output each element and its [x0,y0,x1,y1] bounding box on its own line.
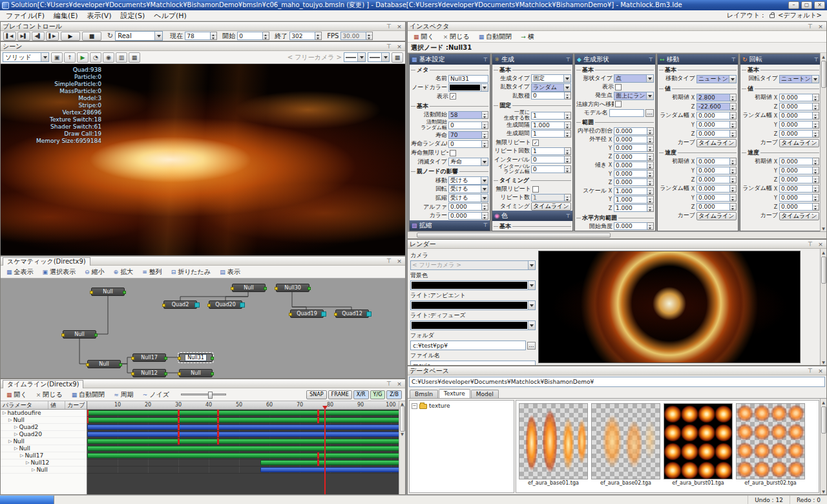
scroll-down-icon[interactable]: ▼ [822,359,825,365]
database-path-field[interactable]: C:¥Users¥developer¥Documents¥Matchlock¥B… [409,377,825,387]
close-icon[interactable]: × [817,240,824,248]
spinner[interactable] [813,194,819,202]
schematic-node-Quad12[interactable]: Quad12 [335,310,369,318]
timeline-tree-row[interactable]: ▷Null12 [1,459,87,467]
dropdown[interactable]: ランダム [531,83,571,92]
background-color-dropdown[interactable] [344,52,366,62]
expander-icon[interactable]: ▷ [26,460,29,465]
spinner[interactable] [211,32,217,40]
timeline-z-b-button[interactable]: Z/B [386,390,402,399]
menu-item-設定(S)[interactable]: 設定(S) [116,10,150,21]
close-icon[interactable]: × [395,257,403,265]
spinner[interactable] [813,203,819,211]
number-field[interactable]: 0.000 [696,121,730,129]
number-field[interactable]: 0 [531,165,565,173]
number-field[interactable]: 0.000 [614,162,647,169]
grid-color-dropdown[interactable] [368,52,390,62]
checkbox[interactable]: ✓ [450,93,456,100]
spin-down-icon[interactable] [482,135,488,138]
spin-down-icon[interactable] [565,169,571,173]
spinner[interactable] [730,194,737,202]
spinner[interactable] [647,204,654,212]
spinner[interactable] [315,32,322,40]
number-field[interactable]: 1.000 [614,187,647,195]
spinner[interactable] [647,178,654,186]
number-field[interactable]: 0.000 [779,167,813,174]
collapse-icon[interactable]: − [412,403,417,409]
layout-value[interactable]: <デフォルト> [778,11,822,20]
spin-down-icon[interactable] [730,180,736,183]
spinner[interactable] [647,136,654,143]
keyframe-marker[interactable] [87,410,89,416]
spin-down-icon[interactable] [813,162,819,165]
schematic-display-button[interactable]: ▤表示 [216,266,244,278]
spin-down-icon[interactable] [813,107,819,110]
tab-Bmsln[interactable]: Bmsln [410,390,438,398]
spinner[interactable] [482,140,488,148]
number-field[interactable]: 1.000 [614,204,647,212]
spinner[interactable] [565,130,571,138]
number-field[interactable]: 0.000 [779,203,813,211]
timeline-bar[interactable] [87,425,399,430]
expander-icon[interactable]: ▷ [14,432,17,437]
to-start-button[interactable]: ▌◀ [3,32,16,41]
scroll-down-icon[interactable]: ▼ [401,432,404,436]
scene-viewport[interactable]: Quad:938Particle:0SimpleParticle:0MassPa… [1,64,405,255]
schematic-node-Null[interactable]: Null [63,330,96,339]
spin-down-icon[interactable] [647,182,653,185]
inspector-open-button[interactable]: ▦開く [410,31,438,43]
spinner[interactable] [647,222,654,230]
timeline-bar[interactable] [87,446,399,451]
spinner[interactable] [263,32,269,40]
shading-dropdown[interactable]: ソリッド [3,52,49,62]
inspector-vscroll[interactable]: ▲ ▼ [820,53,826,231]
pin-icon[interactable]: ⊤ [483,57,488,63]
scroll-up-icon[interactable]: ▲ [822,249,825,255]
maximize-button[interactable]: ▢ [801,1,812,9]
checkbox[interactable] [532,186,539,193]
spin-down-icon[interactable] [482,115,488,118]
stop-button[interactable]: ■ [82,32,101,41]
number-field[interactable]: 0.000 [614,170,647,178]
grid-icon[interactable]: ▦ [129,52,140,63]
spinner[interactable] [366,32,373,40]
keyframe-marker[interactable] [217,424,219,430]
spinner[interactable] [813,103,819,110]
timeline-y-g-button[interactable]: Y/G [370,390,386,399]
spin-down-icon[interactable] [730,98,736,101]
timeline-bar[interactable] [87,453,399,458]
playhead[interactable] [324,410,326,494]
spin-down-icon[interactable] [482,125,488,129]
number-field[interactable]: 0.000 [779,176,813,184]
to-end-button[interactable]: ▶▌ [17,32,30,41]
texture-thumbnail[interactable]: ef_aura_burst01.tga [664,403,733,490]
scroll-thumb[interactable] [821,406,826,434]
spin-down-icon[interactable] [366,36,372,40]
spin-down-icon[interactable] [565,134,571,137]
timeline-auto-open-button[interactable]: ▦自動開閉 [68,389,109,401]
inspector-hscroll[interactable] [408,231,826,238]
close-icon[interactable]: × [395,23,403,30]
spin-down-icon[interactable] [647,157,653,160]
expander-icon[interactable]: ▷ [20,453,23,458]
number-field[interactable]: 0.000 [696,158,730,165]
scroll-up-icon[interactable]: ▲ [401,401,404,406]
number-field[interactable]: 0.000 [696,167,730,174]
pin-icon[interactable]: ⊤ [806,23,814,30]
timeline-curve-button[interactable]: タイムライン [696,212,737,220]
number-field[interactable]: 1 [531,194,565,202]
timeline-bar[interactable] [260,460,399,465]
number-field[interactable]: 0.000 [614,144,647,152]
spin-down-icon[interactable] [647,191,653,194]
spinner[interactable] [813,185,819,193]
number-field[interactable]: 0.000 [779,158,813,165]
number-field[interactable]: 0.000 [448,203,482,211]
spinner[interactable] [565,121,571,129]
dropdown[interactable]: ニュートンダイナ [779,75,819,83]
number-field[interactable]: 0.000 [614,222,647,230]
checkbox[interactable]: ✓ [532,140,539,146]
number-field[interactable]: 0.000 [614,136,647,143]
dropdown-ライト:アンビエント[interactable] [410,300,536,310]
spinner[interactable] [482,203,488,211]
schematic-node-Null31[interactable]: Null31 [179,353,213,362]
